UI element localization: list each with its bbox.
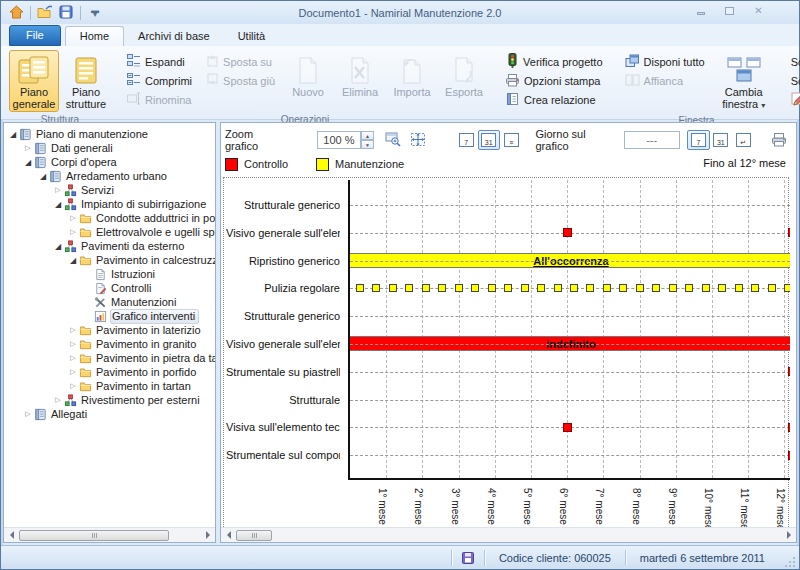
tab-file[interactable]: File	[9, 25, 61, 46]
save-state-icon	[452, 552, 484, 564]
home-button[interactable]	[7, 4, 25, 21]
save-button[interactable]	[57, 4, 75, 21]
scroll-left-arrow[interactable]	[221, 529, 236, 542]
tree-item[interactable]: ◢Impianto di subirrigazione	[4, 197, 215, 211]
chart-row-label: Visivo generale sull'elemento...	[226, 227, 340, 239]
view-week-toggle[interactable]: 7	[455, 130, 477, 150]
collapse-toggle-icon[interactable]: ◢	[52, 200, 64, 209]
tree-item[interactable]: ◢Pavimento in calcestruzzo	[4, 253, 215, 267]
comprimi-button[interactable]: Comprimi	[122, 71, 197, 90]
scrollbar-thumb[interactable]	[19, 530, 169, 541]
chart-horizontal-scrollbar[interactable]	[221, 527, 796, 542]
maintenance-marker	[488, 284, 496, 292]
rinomina-button[interactable]: Rinomina	[122, 90, 197, 109]
disponi-tutto-button[interactable]: Disponi tutto	[620, 52, 710, 71]
tree-item[interactable]: ◢Piano di manutenzione	[4, 127, 215, 141]
scroll-right-arrow[interactable]	[200, 529, 215, 542]
piano-strutture-button[interactable]: Piano strutture	[61, 50, 111, 112]
expand-toggle-icon[interactable]: ▷	[67, 228, 79, 236]
collapse-toggle-icon[interactable]: ◢	[22, 158, 34, 167]
piano-generale-button[interactable]: Piano generale	[9, 50, 59, 112]
tab-archivi-di-base[interactable]: Archivi di base	[124, 27, 224, 46]
tree-item[interactable]: Manutenzioni	[4, 295, 215, 309]
tree-item[interactable]: ▷Elettrovalvole e ugelli spruzzatori	[4, 225, 215, 239]
day-week-toggle[interactable]: 7	[687, 130, 709, 150]
tree-item-label: Impianto di subirrigazione	[80, 198, 209, 211]
zoom-spinner[interactable]: ▲▼	[361, 131, 374, 149]
collapse-toggle-icon[interactable]: ◢	[67, 256, 79, 265]
apri-documento-button[interactable]: Apri documento	[786, 90, 800, 109]
tree-item[interactable]: Grafico interventi	[4, 309, 215, 323]
expand-toggle-icon[interactable]: ▷	[67, 326, 79, 334]
tree-item[interactable]: ▷Servizi	[4, 183, 215, 197]
expand-toggle-icon[interactable]: ▷	[67, 354, 79, 362]
tab-home[interactable]: Home	[65, 26, 124, 46]
x-axis-label: 1° mese	[377, 488, 388, 525]
tree-item[interactable]: ◢Corpi d'opera	[4, 155, 215, 169]
elimina-button[interactable]: Elimina	[335, 50, 385, 112]
tree-item[interactable]: ▷Pavimento in tartan	[4, 379, 215, 393]
expand-toggle-icon[interactable]: ▷	[67, 382, 79, 390]
scroll-left-arrow[interactable]	[4, 529, 19, 542]
view-period-toggle[interactable]: ≡	[500, 130, 522, 150]
tree-item[interactable]: ▷Rivestimento per esterni	[4, 393, 215, 407]
crea-relazione-button[interactable]: Crea relazione	[500, 90, 608, 109]
giorno-input[interactable]	[624, 131, 680, 149]
maximize-button[interactable]	[723, 5, 736, 16]
expand-toggle-icon[interactable]: ▷	[67, 368, 79, 376]
expand-toggle-icon[interactable]: ▷	[67, 214, 79, 222]
tree-item[interactable]: ▷Pavimento in laterizio	[4, 323, 215, 337]
scroll-right-arrow[interactable]	[781, 529, 796, 542]
collapse-tree-icon	[127, 73, 141, 88]
schermo-1024x768-button[interactable]: Schermo 1024x768	[786, 52, 800, 71]
zoom-fit-button[interactable]	[406, 130, 428, 150]
open-button[interactable]	[36, 4, 54, 21]
close-button[interactable]: ✕	[752, 5, 765, 16]
tree-item[interactable]: Istruzioni	[4, 267, 215, 281]
qat-customize-dropdown[interactable]: ▬▾	[86, 4, 104, 21]
affianca-button[interactable]: Affianca	[620, 71, 710, 90]
ribbon-group-struttura: Piano generale Piano strutture Struttura	[5, 48, 115, 119]
tree-item-label: Pavimento in calcestruzzo	[95, 254, 215, 267]
importa-button[interactable]: Importa	[387, 50, 437, 112]
collapse-toggle-icon[interactable]: ◢	[7, 130, 19, 139]
sposta-su-button[interactable]: Sposta su	[201, 52, 280, 71]
expand-toggle-icon[interactable]: ▷	[22, 144, 34, 152]
tab-utilita[interactable]: Utilità	[224, 27, 280, 46]
expand-toggle-icon[interactable]: ▷	[67, 340, 79, 348]
qat-separator	[30, 6, 31, 20]
tree-item[interactable]: ▷Pavimento in pietra da taglio	[4, 351, 215, 365]
collapse-toggle-icon[interactable]: ◢	[37, 172, 49, 181]
tree-item[interactable]: ◢Arredamento urbano	[4, 169, 215, 183]
day-goto-toggle[interactable]: ↵	[732, 130, 754, 150]
tree-item[interactable]: ▷Pavimento in porfido	[4, 365, 215, 379]
chart-row-label: Strutturale generico	[226, 199, 340, 211]
schermo-1280x1024-button[interactable]: Schermo 1280x1024	[786, 71, 800, 90]
tree-item[interactable]: Controlli	[4, 281, 215, 295]
view-month-toggle[interactable]: 31	[478, 130, 500, 150]
tree-horizontal-scrollbar[interactable]	[4, 527, 215, 542]
scrollbar-thumb[interactable]	[236, 530, 272, 541]
zoom-input[interactable]	[317, 131, 361, 149]
tree-item[interactable]: ◢Pavimenti da esterno	[4, 239, 215, 253]
expand-toggle-icon[interactable]: ▷	[52, 186, 64, 194]
collapse-toggle-icon[interactable]: ◢	[52, 242, 64, 251]
day-month-toggle[interactable]: 31	[710, 130, 732, 150]
print-chart-button[interactable]	[768, 130, 790, 150]
sposta-giu-button[interactable]: Sposta giù	[201, 71, 280, 90]
cambia-finestra-button[interactable]: Cambia finestra ▾	[713, 50, 775, 113]
verifica-progetto-button[interactable]: Verifica progetto	[500, 52, 608, 71]
opzioni-stampa-button[interactable]: Opzioni stampa	[500, 71, 608, 90]
minimize-button[interactable]	[694, 5, 707, 16]
tree-item[interactable]: ▷Pavimento in granito	[4, 337, 215, 351]
tree-item[interactable]: ▷Allegati	[4, 407, 215, 421]
resize-grip[interactable]	[783, 555, 797, 569]
tree-item[interactable]: ▷Condotte adduttrici in polietilene	[4, 211, 215, 225]
esporta-button[interactable]: Esporta	[439, 50, 489, 112]
tree-item[interactable]: ▷Dati generali	[4, 141, 215, 155]
zoom-100-button[interactable]	[382, 130, 404, 150]
nuovo-button[interactable]: Nuovo	[283, 50, 333, 112]
expand-toggle-icon[interactable]: ▷	[22, 410, 34, 418]
espandi-button[interactable]: Espandi	[122, 52, 197, 71]
expand-toggle-icon[interactable]: ▷	[52, 396, 64, 404]
